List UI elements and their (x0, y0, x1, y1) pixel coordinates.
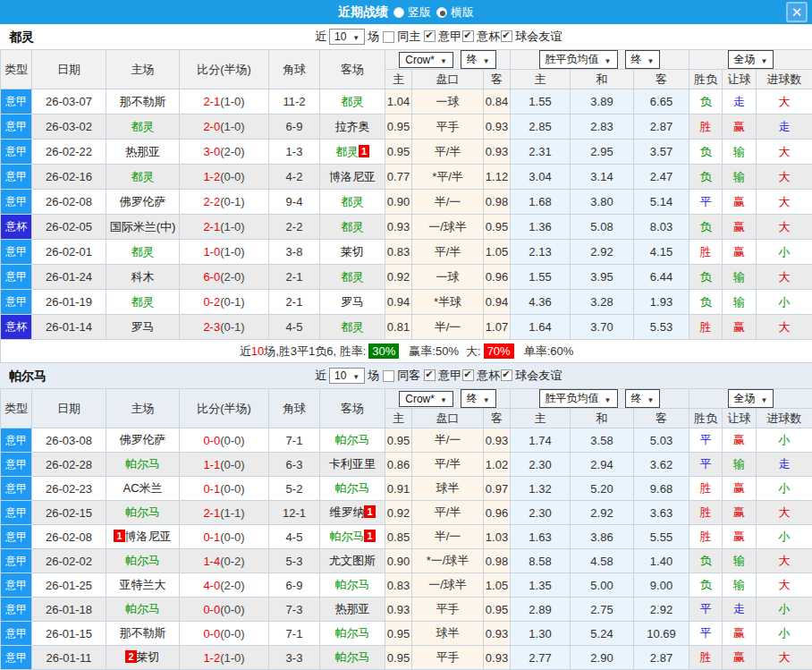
score-cell: 0-1(0-0) (180, 477, 269, 501)
scope-select[interactable]: 全场 (728, 50, 774, 69)
score-cell: 1-2(0-0) (180, 165, 269, 190)
checkbox-icon[interactable] (462, 30, 474, 42)
chevron-down-icon (352, 369, 359, 382)
odds-away-cell: 1.05 (484, 573, 511, 598)
home-team-name: 都灵 (131, 245, 155, 259)
checkbox-icon[interactable] (424, 369, 436, 381)
layout-radio-vertical[interactable]: 竖版 (393, 4, 431, 21)
league-filter-checkbox[interactable]: 球会友谊 (500, 368, 562, 384)
bookmaker-select[interactable]: Crow* (399, 52, 453, 68)
result-cell: 平 (689, 622, 723, 646)
radio-vertical-label: 竖版 (408, 4, 431, 21)
goals-cell: 大 (757, 646, 812, 670)
odds-home-cell: 0.95 (385, 140, 412, 165)
away-team-name: 莱切 (341, 245, 364, 259)
odds-away-cell: 1.05 (484, 240, 511, 265)
handicap-result-cell: 赢 (723, 215, 757, 240)
league-filter-checkbox[interactable]: 意杯 (461, 29, 500, 45)
fulltime-score: 4-0 (203, 579, 220, 592)
avg-draw-cell: 2.95 (571, 140, 634, 165)
checkbox-icon[interactable] (383, 31, 394, 43)
close-icon[interactable]: ✕ (786, 2, 808, 22)
avg-type-select[interactable]: 胜平负均值 (539, 389, 618, 408)
league-type-cell: 意杯 (1, 315, 32, 340)
same-venue-checkbox[interactable]: 同主 (382, 29, 420, 45)
result-cell: 胜 (689, 646, 723, 670)
league-filter-checkbox[interactable]: 意甲 (423, 368, 461, 384)
odds-home-cell: 0.92 (385, 265, 412, 290)
avg-away-cell: 3.63 (634, 501, 689, 525)
away-team-cell: 帕尔马 (320, 573, 385, 598)
match-row: 意甲 26-01-15 那不勒斯 0-0(0-0) 7-1 帕尔马 0.95 球… (1, 622, 812, 646)
goals-cell: 大 (757, 573, 812, 598)
avg-draw-cell: 5.08 (571, 215, 634, 240)
same-venue-label: 同客 (397, 368, 420, 384)
league-type-cell: 意甲 (1, 501, 32, 525)
match-row: 意甲 26-02-22 热那亚 3-0(2-0) 1-3 都灵1 0.95 平/… (1, 140, 812, 165)
match-row: 意甲 26-01-25 亚特兰大 4-0(2-0) 6-9 帕尔马 0.83 一… (1, 573, 812, 598)
handicap-cell: 半/一 (412, 525, 484, 549)
away-team-name: 罗马 (341, 295, 364, 309)
match-row: 意甲 26-02-16 都灵 1-2(0-0) 4-2 博洛尼亚 0.77 *平… (1, 165, 812, 190)
avg-home-cell: 1.32 (511, 477, 571, 501)
checkbox-icon[interactable] (383, 370, 394, 382)
layout-radio-horizontal[interactable]: 横版 (436, 4, 474, 21)
result-cell: 负 (689, 290, 723, 315)
checkbox-icon[interactable] (462, 369, 474, 381)
dialog-title: 近期战绩 (338, 4, 388, 21)
checkbox-icon[interactable] (501, 369, 512, 381)
league-type-cell: 意甲 (1, 573, 32, 598)
odds-away-cell: 0.98 (484, 190, 511, 215)
checkbox-icon[interactable] (424, 30, 436, 42)
chevron-down-icon (483, 54, 490, 66)
home-team-name: 帕尔马 (125, 602, 160, 615)
date-cell: 26-02-23 (32, 477, 106, 501)
league-filter-checkbox[interactable]: 球会友谊 (500, 29, 562, 45)
odds-home-cell: 0.86 (385, 453, 412, 477)
odds-period-select[interactable]: 终 (461, 50, 496, 69)
radio-icon[interactable] (393, 7, 404, 18)
same-venue-label: 同主 (397, 29, 420, 45)
bookmaker-select[interactable]: Crow* (399, 391, 453, 407)
result-cell: 负 (689, 215, 723, 240)
same-venue-checkbox[interactable]: 同客 (382, 368, 420, 384)
odds-home-cell: 0.83 (385, 573, 412, 598)
match-row: 意甲 26-01-24 科木 6-0(2-0) 2-1 都灵 0.92 一球 0… (1, 265, 812, 290)
checkbox-icon[interactable] (501, 30, 512, 42)
avg-period-select[interactable]: 终 (625, 389, 661, 408)
handicap-result-cell: 赢 (723, 428, 757, 453)
col-corner: 角球 (269, 50, 320, 89)
avg-away-cell: 5.55 (634, 525, 689, 549)
away-team-name: 都灵 (341, 270, 364, 284)
avg-type-select[interactable]: 胜平负均值 (539, 50, 618, 69)
away-team-name: 帕尔马 (335, 433, 370, 446)
league-filter-checkbox[interactable]: 意甲 (423, 29, 461, 45)
avg-period-select[interactable]: 终 (625, 50, 661, 69)
scope-select[interactable]: 全场 (728, 389, 774, 408)
away-team-cell: 帕尔马 (320, 428, 385, 453)
odds-period-select[interactable]: 终 (461, 389, 496, 408)
col-away: 客场 (320, 389, 385, 428)
league-filter-checkbox[interactable]: 意杯 (461, 368, 500, 384)
avg-draw-cell: 3.86 (571, 525, 634, 549)
away-team-cell: 帕尔马1 (320, 525, 385, 549)
red-card-badge: 1 (114, 530, 124, 542)
radio-selected-icon[interactable] (436, 7, 447, 18)
avg-away-cell: 1.93 (634, 290, 689, 315)
handicap-cell: 平/半 (412, 501, 484, 525)
home-team-name: 帕尔马 (125, 505, 160, 519)
radio-horizontal-label: 横版 (451, 4, 474, 21)
league-type-cell: 意甲 (1, 646, 32, 670)
score-cell: 2-3(0-1) (180, 315, 269, 340)
odds-home-cell: 0.90 (385, 549, 412, 573)
goals-cell: 小 (757, 622, 812, 646)
home-team-name: 都灵 (131, 295, 155, 309)
match-count-select[interactable]: 10 (329, 29, 365, 45)
handicap-cell: *平/半 (412, 165, 484, 190)
away-team-cell: 热那亚 (320, 598, 385, 622)
halftime-score: (1-0) (220, 120, 244, 133)
match-count-select[interactable]: 10 (329, 368, 365, 384)
home-team-cell: 帕尔马 (106, 501, 180, 525)
chevron-down-icon (605, 393, 612, 405)
avg-home-cell: 1.63 (511, 525, 571, 549)
